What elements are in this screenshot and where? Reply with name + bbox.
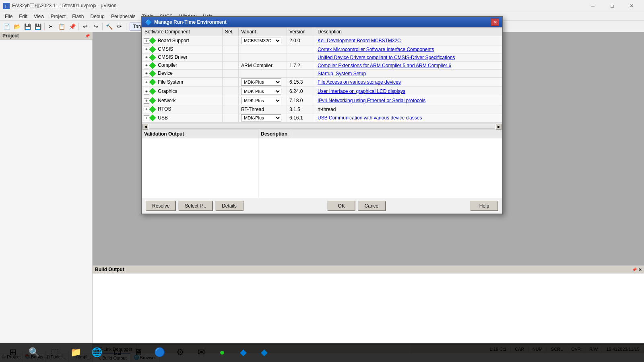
variant-select[interactable]: MDK-Plus — [241, 97, 281, 104]
modal-close-button[interactable]: ✕ — [491, 19, 499, 26]
component-cell: + Device — [142, 70, 223, 78]
description-cell[interactable]: IPv4 Networking using Ethernet or Serial… — [315, 96, 502, 105]
task-view-button[interactable]: ⬚ — [45, 344, 64, 360]
edge-button[interactable]: 🌐 — [87, 344, 106, 360]
variant-select[interactable]: MCBSTM32C — [241, 37, 281, 44]
variant-select[interactable]: MDK-Plus — [241, 114, 281, 121]
taskbar: ⊞ 🔍 ⬚ 📁 🌐 🗂 🖥 🔵 ⚙ ✉ ● ◆ ◆ — [0, 343, 644, 362]
table-row[interactable]: + GraphicsMDK-Plus6.24.0User Interface o… — [142, 87, 502, 96]
folder-button[interactable]: 🗂 — [108, 344, 127, 360]
green-app-button[interactable]: ● — [213, 344, 232, 360]
table-row[interactable]: + CMSIS DriverUnified Device Drivers com… — [142, 53, 502, 62]
diamond-icon — [149, 115, 156, 121]
ok-button[interactable]: OK — [327, 201, 355, 211]
variant-cell — [239, 45, 287, 53]
cancel-button[interactable]: Cancel — [358, 201, 386, 211]
description-cell[interactable]: Unified Device Drivers compliant to CMSI… — [315, 53, 502, 62]
sel-cell — [223, 45, 239, 53]
scroll-track[interactable] — [149, 125, 495, 129]
expand-icon[interactable]: + — [144, 115, 149, 121]
validation-section: Validation Output Description — [142, 130, 502, 198]
expand-icon[interactable]: + — [144, 80, 149, 85]
modal-title-bar: 🔷 Manage Run-Time Environment ✕ — [142, 17, 502, 27]
file-explorer-button[interactable]: 📁 — [66, 344, 85, 360]
scroll-left-btn[interactable]: ◀ — [142, 124, 148, 130]
description-cell[interactable]: File Access on various storage devices — [315, 78, 502, 87]
table-row[interactable]: + USBMDK-Plus6.16.1USB Communication wit… — [142, 113, 502, 123]
description-link[interactable]: Unified Device Drivers compliant to CMSI… — [318, 55, 455, 60]
variant-cell[interactable]: MCBSTM32C — [239, 36, 287, 45]
horizontal-scrollbar[interactable]: ◀ ▶ — [142, 123, 502, 130]
description-cell[interactable]: Startup, System Setup — [315, 70, 502, 78]
version-cell: 6.24.0 — [287, 87, 315, 96]
expand-icon[interactable]: + — [144, 38, 149, 44]
expand-icon[interactable]: + — [144, 71, 149, 76]
description-link[interactable]: File Access on various storage devices — [318, 79, 401, 85]
details-button[interactable]: Details — [215, 201, 244, 211]
description-link[interactable]: Compiler Extensions for ARM Compiler 5 a… — [318, 63, 451, 68]
diamond-icon — [149, 79, 156, 86]
component-table-area[interactable]: Software Component Sel. Variant Version … — [142, 27, 502, 123]
table-row[interactable]: + CMSISCortex Microcontroller Software I… — [142, 45, 502, 53]
search-button[interactable]: 🔍 — [24, 344, 43, 360]
vs-code-button[interactable]: ◆ — [254, 344, 274, 360]
component-cell: + Board Support — [142, 36, 223, 45]
description-cell[interactable]: Cortex Microcontroller Software Interfac… — [315, 45, 502, 53]
description-link[interactable]: IPv4 Networking using Ethernet or Serial… — [318, 98, 425, 103]
help-button[interactable]: Help — [470, 201, 498, 211]
table-row[interactable]: + Board SupportMCBSTM32C2.0.0Keil Develo… — [142, 36, 502, 45]
description-link[interactable]: USB Communication with various device cl… — [318, 115, 422, 121]
description-cell: rt-thread — [315, 105, 502, 113]
validation-body — [142, 138, 502, 198]
expand-icon[interactable]: + — [144, 89, 149, 95]
table-row[interactable]: + RTOSRT-Thread3.1.5rt-thread — [142, 105, 502, 113]
variant-cell[interactable]: MDK-Plus — [239, 113, 287, 123]
chrome-button[interactable]: 🔵 — [150, 344, 169, 360]
description-link[interactable]: Keil Development Board MCBSTM32C — [318, 38, 401, 43]
blue-app-button[interactable]: ◆ — [233, 344, 253, 360]
mail-button[interactable]: ✉ — [192, 344, 211, 360]
table-row[interactable]: + File SystemMDK-Plus6.15.3File Access o… — [142, 78, 502, 87]
description-link[interactable]: Startup, System Setup — [318, 71, 366, 76]
component-cell: + Compiler — [142, 62, 223, 70]
start-button[interactable]: ⊞ — [3, 344, 23, 360]
modal-title-left: 🔷 Manage Run-Time Environment — [145, 19, 227, 25]
description-cell[interactable]: User Interface on graphical LCD displays — [315, 87, 502, 96]
variant-cell[interactable]: MDK-Plus — [239, 87, 287, 96]
variant-select[interactable]: MDK-Plus — [241, 78, 281, 86]
terminal-button[interactable]: 🖥 — [129, 344, 148, 360]
expand-icon[interactable]: + — [144, 55, 149, 60]
table-row[interactable]: + DeviceStartup, System Setup — [142, 70, 502, 78]
version-cell — [287, 53, 315, 62]
select-p-button[interactable]: Select P... — [178, 201, 213, 211]
component-cell: + Network — [142, 96, 223, 105]
expand-icon[interactable]: + — [144, 63, 149, 68]
scroll-right-btn[interactable]: ▶ — [496, 124, 502, 130]
version-cell: 3.1.5 — [287, 105, 315, 113]
sel-cell — [223, 87, 239, 96]
expand-icon[interactable]: + — [144, 47, 149, 52]
description-link[interactable]: Cortex Microcontroller Software Interfac… — [318, 47, 434, 52]
expand-icon[interactable]: + — [144, 98, 149, 104]
table-row[interactable]: + CompilerARM Compiler1.7.2Compiler Exte… — [142, 62, 502, 70]
version-cell: 6.15.3 — [287, 78, 315, 87]
col-header-software: Software Component — [142, 28, 223, 36]
description-cell[interactable]: Keil Development Board MCBSTM32C — [315, 36, 502, 45]
version-cell — [287, 45, 315, 53]
settings-button[interactable]: ⚙ — [171, 344, 190, 360]
modal-buttons: Resolve Select P... Details OK Cancel He… — [142, 198, 502, 214]
component-cell: + CMSIS Driver — [142, 53, 223, 62]
version-cell: 6.16.1 — [287, 113, 315, 123]
table-row[interactable]: + NetworkMDK-Plus7.18.0IPv4 Networking u… — [142, 96, 502, 105]
description-cell[interactable]: USB Communication with various device cl… — [315, 113, 502, 123]
modal-body: Software Component Sel. Variant Version … — [142, 27, 502, 198]
variant-cell[interactable]: MDK-Plus — [239, 96, 287, 105]
description-cell[interactable]: Compiler Extensions for ARM Compiler 5 a… — [315, 62, 502, 70]
resolve-button[interactable]: Resolve — [146, 201, 176, 211]
expand-icon[interactable]: + — [144, 107, 149, 112]
variant-select[interactable]: MDK-Plus — [241, 88, 281, 95]
component-cell: + Graphics — [142, 87, 223, 96]
variant-cell[interactable]: MDK-Plus — [239, 78, 287, 87]
description-link[interactable]: User Interface on graphical LCD displays — [318, 88, 405, 94]
version-cell: 2.0.0 — [287, 36, 315, 45]
